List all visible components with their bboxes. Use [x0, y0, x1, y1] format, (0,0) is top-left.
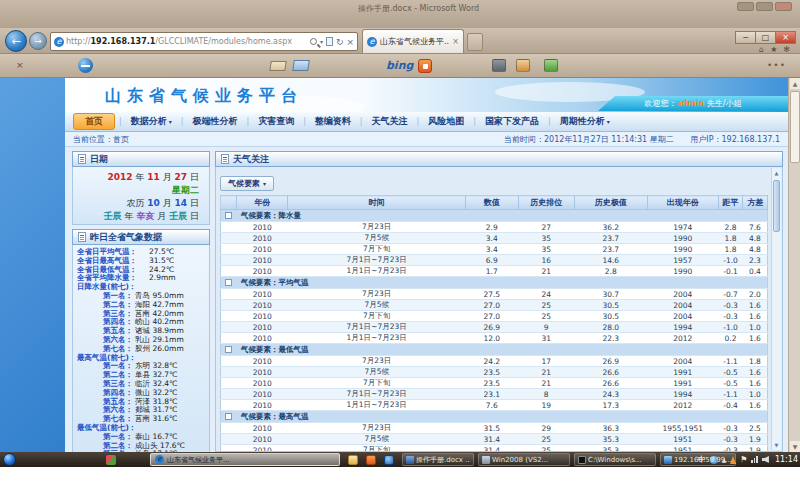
nav-item-8[interactable]: 国家下发产品 [476, 115, 548, 128]
maximize-button[interactable]: □ [755, 31, 776, 44]
cell: 26.6 [574, 378, 647, 389]
group-checkbox[interactable] [225, 346, 232, 353]
cell: -1.1 [718, 389, 743, 400]
cell: 1957 [647, 255, 718, 266]
close-button[interactable]: × [775, 31, 796, 44]
taskbar-active-ie[interactable]: e 山东省气候业务平... [150, 453, 340, 466]
volume-icon[interactable] [762, 456, 769, 463]
share-icon[interactable] [292, 60, 310, 71]
forward-button[interactable]: → [29, 32, 47, 50]
action-center-flag-icon[interactable]: ⚑ [740, 455, 747, 464]
cell: -0.5 [718, 378, 743, 389]
tab-close-icon[interactable]: × [452, 37, 459, 46]
tools-gear-icon[interactable]: ✻ [783, 45, 790, 54]
media-app-icon[interactable] [384, 455, 394, 465]
group-checkbox[interactable] [225, 413, 232, 420]
pinned-app-icon[interactable] [366, 455, 376, 465]
effects-icon[interactable] [516, 59, 530, 72]
nav-item-3[interactable]: 极端性分析 [183, 115, 246, 128]
scroll-down-icon[interactable]: ▼ [772, 440, 781, 450]
nav-item-7[interactable]: 风险地图 [419, 115, 473, 128]
table-scrollbar[interactable]: ▲ ▼ [771, 168, 781, 450]
toolbar-app-icon[interactable] [418, 59, 432, 73]
cell: 9 [518, 322, 574, 333]
rank-value[interactable]: 胶州 26.0mm [133, 345, 184, 354]
row-indent-cell [221, 378, 237, 389]
search-caret-icon[interactable]: ▾ [320, 38, 323, 45]
mail-icon[interactable] [269, 61, 286, 71]
clock[interactable]: 11:14 [775, 455, 798, 464]
nav-item-1[interactable]: 首页 [73, 113, 115, 130]
address-bar[interactable]: e http://192.168.137.1/GLCCLIMATE/module… [50, 32, 358, 51]
taskbar-task-1[interactable]: 操作手册.docx ... [402, 453, 474, 466]
climate-element-button[interactable]: 气候要素▾ [220, 176, 274, 191]
camera-icon[interactable] [492, 59, 506, 72]
scroll-up-icon[interactable]: ▲ [772, 168, 781, 178]
nav-item-2[interactable]: 数据分析▾ [122, 115, 181, 128]
row-indent-cell [221, 266, 237, 277]
group-checkbox[interactable] [225, 212, 232, 219]
group-title: 气候要素：最高气温 [237, 411, 768, 423]
minimize-button[interactable]: − [735, 31, 756, 44]
cell: 35.3 [574, 445, 647, 453]
home-icon[interactable]: ⌂ [759, 45, 764, 54]
cell: 7月5候 [288, 300, 466, 311]
taskbar-task-3[interactable]: C:\Windows\s... [574, 453, 656, 466]
search-icon[interactable] [310, 38, 317, 45]
cell: 24.2 [466, 356, 519, 367]
document-icon [78, 232, 86, 242]
nav-item-4[interactable]: 灾害查询 [249, 115, 303, 128]
more-options-icon[interactable]: ••• [767, 60, 786, 70]
browser-tab[interactable]: e 山东省气候业务平... × [362, 29, 464, 53]
compatibility-icon[interactable] [326, 37, 333, 46]
scrollbar-thumb[interactable] [790, 91, 800, 163]
cell: 19 [518, 400, 574, 411]
quick-launch-icon[interactable] [106, 455, 116, 465]
stop-icon[interactable]: × [346, 37, 354, 47]
network-icon[interactable] [751, 456, 758, 463]
nav-item-6[interactable]: 天气关注 [363, 115, 417, 128]
group-checkbox[interactable] [225, 279, 232, 286]
scroll-down-icon[interactable]: ▼ [790, 441, 800, 452]
bing-logo[interactable]: bing [386, 59, 413, 72]
scroll-up-icon[interactable]: ▲ [790, 78, 800, 89]
cell: 35.3 [574, 434, 647, 445]
group-title: 气候要素：平均气温 [237, 277, 768, 289]
cell: 2010 [237, 244, 288, 255]
refresh-icon[interactable]: ↻ [336, 37, 344, 47]
cell: 7月1日~7月23日 [288, 255, 466, 266]
browser-scrollbar[interactable]: ▲ ▼ [788, 78, 800, 452]
cell: 1955,1951 [647, 423, 718, 434]
scrollbar-thumb[interactable] [773, 180, 780, 232]
table-header-row: 年份时间数值历史排位历史极值出现年份距平方差 [221, 196, 768, 210]
nav-item-label: 周期性分析 [560, 115, 605, 128]
plugin-icon[interactable] [544, 59, 558, 72]
favorites-star-icon[interactable]: ★ [770, 45, 777, 54]
command-bar: × bing ••• [0, 54, 800, 78]
start-button[interactable] [3, 453, 16, 466]
new-tab-button[interactable] [467, 33, 483, 51]
task-label: 操作手册.docx ... [416, 455, 470, 465]
cell: 1991 [647, 367, 718, 378]
cell: 2.0 [743, 289, 768, 300]
taskbar-task-4[interactable]: 192.168.59.99... [660, 453, 736, 466]
cell: 23.1 [466, 389, 519, 400]
row-indent-cell [221, 356, 237, 367]
ganzhi-date: 壬辰 年 辛亥 月 壬辰 日 [73, 210, 199, 223]
cell: 36.3 [574, 423, 647, 434]
close-pane-icon[interactable]: × [16, 60, 24, 70]
window-controls: − □ × [736, 31, 796, 44]
nav-item-5[interactable]: 整编资料 [306, 115, 360, 128]
nav-item-9[interactable]: 周期性分析▾ [551, 115, 619, 128]
explorer-icon[interactable] [348, 455, 358, 465]
status-icon[interactable] [78, 58, 93, 73]
table-row: 20107月下旬23.52126.61991-0.51.6 [221, 378, 768, 389]
cell: 2010 [237, 322, 288, 333]
taskbar-task-2[interactable]: Win2008 (VS2... [478, 453, 570, 466]
rank-value[interactable]: 莒南 31.6℃ [133, 415, 178, 424]
cell: 1月1日~7月23日 [288, 333, 466, 344]
remote-icon [664, 456, 672, 464]
url-text[interactable]: http://192.168.137.1/GLCCLIMATE/modules/… [66, 37, 308, 46]
cell: 7月5候 [288, 434, 466, 445]
back-button[interactable]: ← [5, 30, 27, 52]
